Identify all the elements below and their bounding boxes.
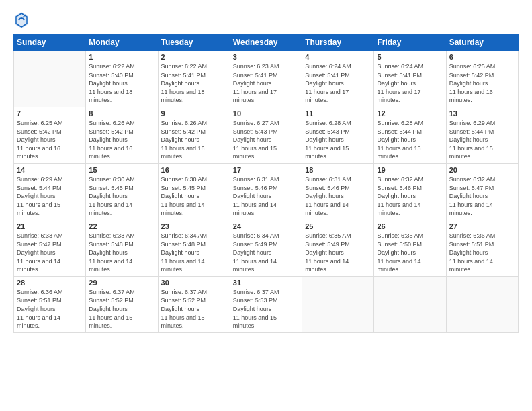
logo-icon bbox=[13, 11, 30, 30]
day-number: 12 bbox=[377, 109, 443, 118]
day-info: Sunrise: 6:26 AM Sunset: 5:42 PM Dayligh… bbox=[89, 119, 154, 161]
calendar-cell: 18 Sunrise: 6:31 AM Sunset: 5:46 PM Dayl… bbox=[302, 163, 374, 220]
weekday-wednesday: Wednesday bbox=[230, 34, 302, 51]
calendar-cell: 10 Sunrise: 6:27 AM Sunset: 5:43 PM Dayl… bbox=[230, 107, 302, 163]
day-info: Sunrise: 6:33 AM Sunset: 5:47 PM Dayligh… bbox=[17, 232, 83, 274]
day-number: 25 bbox=[305, 222, 371, 230]
calendar-cell: 22 Sunrise: 6:33 AM Sunset: 5:48 PM Dayl… bbox=[86, 220, 158, 276]
calendar-cell: 25 Sunrise: 6:35 AM Sunset: 5:49 PM Dayl… bbox=[302, 220, 374, 276]
day-info: Sunrise: 6:25 AM Sunset: 5:42 PM Dayligh… bbox=[449, 62, 515, 105]
day-number: 23 bbox=[161, 222, 227, 230]
calendar-cell: 16 Sunrise: 6:30 AM Sunset: 5:45 PM Dayl… bbox=[158, 163, 230, 220]
calendar-cell: 12 Sunrise: 6:28 AM Sunset: 5:44 PM Dayl… bbox=[374, 107, 446, 163]
calendar-cell: 24 Sunrise: 6:34 AM Sunset: 5:49 PM Dayl… bbox=[230, 220, 302, 276]
day-info: Sunrise: 6:24 AM Sunset: 5:41 PM Dayligh… bbox=[305, 62, 371, 105]
day-number: 16 bbox=[161, 166, 227, 174]
day-number: 14 bbox=[17, 166, 83, 174]
day-info: Sunrise: 6:32 AM Sunset: 5:46 PM Dayligh… bbox=[377, 175, 443, 218]
day-number: 4 bbox=[305, 53, 371, 61]
calendar-cell: 13 Sunrise: 6:29 AM Sunset: 5:44 PM Dayl… bbox=[446, 107, 518, 163]
weekday-header-row: SundayMondayTuesdayWednesdayThursdayFrid… bbox=[14, 34, 519, 51]
day-info: Sunrise: 6:26 AM Sunset: 5:42 PM Dayligh… bbox=[161, 119, 227, 161]
day-number: 24 bbox=[233, 222, 299, 230]
calendar-cell bbox=[302, 276, 374, 332]
day-info: Sunrise: 6:36 AM Sunset: 5:51 PM Dayligh… bbox=[17, 288, 83, 330]
day-info: Sunrise: 6:33 AM Sunset: 5:48 PM Dayligh… bbox=[89, 232, 154, 274]
day-number: 6 bbox=[449, 53, 515, 61]
day-info: Sunrise: 6:25 AM Sunset: 5:42 PM Dayligh… bbox=[17, 119, 83, 161]
calendar-cell: 19 Sunrise: 6:32 AM Sunset: 5:46 PM Dayl… bbox=[374, 163, 446, 220]
calendar-cell: 26 Sunrise: 6:35 AM Sunset: 5:50 PM Dayl… bbox=[374, 220, 446, 276]
day-number: 9 bbox=[161, 109, 227, 118]
calendar-cell bbox=[374, 276, 446, 332]
calendar-cell: 21 Sunrise: 6:33 AM Sunset: 5:47 PM Dayl… bbox=[14, 220, 86, 276]
day-number: 20 bbox=[449, 166, 515, 174]
calendar-cell: 28 Sunrise: 6:36 AM Sunset: 5:51 PM Dayl… bbox=[14, 276, 86, 332]
day-info: Sunrise: 6:35 AM Sunset: 5:49 PM Dayligh… bbox=[305, 232, 371, 274]
day-number: 11 bbox=[305, 109, 371, 118]
calendar-cell: 8 Sunrise: 6:26 AM Sunset: 5:42 PM Dayli… bbox=[86, 107, 158, 163]
calendar-cell: 31 Sunrise: 6:37 AM Sunset: 5:53 PM Dayl… bbox=[230, 276, 302, 332]
weekday-saturday: Saturday bbox=[446, 34, 518, 51]
day-number: 28 bbox=[17, 279, 83, 287]
calendar-cell: 15 Sunrise: 6:30 AM Sunset: 5:45 PM Dayl… bbox=[86, 163, 158, 220]
calendar-cell: 6 Sunrise: 6:25 AM Sunset: 5:42 PM Dayli… bbox=[446, 51, 518, 107]
calendar-table: SundayMondayTuesdayWednesdayThursdayFrid… bbox=[13, 34, 519, 333]
calendar-cell: 1 Sunrise: 6:22 AM Sunset: 5:40 PM Dayli… bbox=[86, 51, 158, 107]
weekday-tuesday: Tuesday bbox=[158, 34, 230, 51]
day-number: 26 bbox=[377, 222, 443, 230]
calendar-cell bbox=[446, 276, 518, 332]
day-number: 3 bbox=[233, 53, 299, 61]
day-info: Sunrise: 6:36 AM Sunset: 5:51 PM Dayligh… bbox=[449, 232, 515, 274]
calendar-cell: 11 Sunrise: 6:28 AM Sunset: 5:43 PM Dayl… bbox=[302, 107, 374, 163]
day-info: Sunrise: 6:22 AM Sunset: 5:41 PM Dayligh… bbox=[161, 62, 227, 105]
day-info: Sunrise: 6:24 AM Sunset: 5:41 PM Dayligh… bbox=[377, 62, 443, 105]
calendar-cell: 9 Sunrise: 6:26 AM Sunset: 5:42 PM Dayli… bbox=[158, 107, 230, 163]
day-number: 21 bbox=[17, 222, 83, 230]
day-number: 18 bbox=[305, 166, 371, 174]
day-number: 17 bbox=[233, 166, 299, 174]
logo bbox=[13, 11, 32, 30]
calendar-cell: 29 Sunrise: 6:37 AM Sunset: 5:52 PM Dayl… bbox=[86, 276, 158, 332]
day-info: Sunrise: 6:37 AM Sunset: 5:52 PM Dayligh… bbox=[89, 288, 154, 330]
calendar-row: 7 Sunrise: 6:25 AM Sunset: 5:42 PM Dayli… bbox=[14, 107, 519, 163]
day-number: 15 bbox=[89, 166, 154, 174]
day-info: Sunrise: 6:28 AM Sunset: 5:44 PM Dayligh… bbox=[377, 119, 443, 161]
weekday-thursday: Thursday bbox=[302, 34, 374, 51]
calendar-cell: 14 Sunrise: 6:29 AM Sunset: 5:44 PM Dayl… bbox=[14, 163, 86, 220]
day-number: 8 bbox=[89, 109, 154, 118]
day-info: Sunrise: 6:34 AM Sunset: 5:48 PM Dayligh… bbox=[161, 232, 227, 274]
day-info: Sunrise: 6:29 AM Sunset: 5:44 PM Dayligh… bbox=[449, 119, 515, 161]
calendar-cell: 4 Sunrise: 6:24 AM Sunset: 5:41 PM Dayli… bbox=[302, 51, 374, 107]
day-info: Sunrise: 6:22 AM Sunset: 5:40 PM Dayligh… bbox=[89, 62, 154, 105]
calendar-cell: 7 Sunrise: 6:25 AM Sunset: 5:42 PM Dayli… bbox=[14, 107, 86, 163]
day-info: Sunrise: 6:29 AM Sunset: 5:44 PM Dayligh… bbox=[17, 175, 83, 218]
weekday-monday: Monday bbox=[86, 34, 158, 51]
day-info: Sunrise: 6:35 AM Sunset: 5:50 PM Dayligh… bbox=[377, 232, 443, 274]
calendar-cell: 20 Sunrise: 6:32 AM Sunset: 5:47 PM Dayl… bbox=[446, 163, 518, 220]
day-info: Sunrise: 6:32 AM Sunset: 5:47 PM Dayligh… bbox=[449, 175, 515, 218]
day-info: Sunrise: 6:34 AM Sunset: 5:49 PM Dayligh… bbox=[233, 232, 299, 274]
calendar-cell: 5 Sunrise: 6:24 AM Sunset: 5:41 PM Dayli… bbox=[374, 51, 446, 107]
day-info: Sunrise: 6:37 AM Sunset: 5:53 PM Dayligh… bbox=[233, 288, 299, 330]
day-info: Sunrise: 6:31 AM Sunset: 5:46 PM Dayligh… bbox=[233, 175, 299, 218]
calendar-row: 1 Sunrise: 6:22 AM Sunset: 5:40 PM Dayli… bbox=[14, 51, 519, 107]
calendar-cell: 23 Sunrise: 6:34 AM Sunset: 5:48 PM Dayl… bbox=[158, 220, 230, 276]
svg-marker-0 bbox=[15, 12, 28, 28]
weekday-friday: Friday bbox=[374, 34, 446, 51]
page: SundayMondayTuesdayWednesdayThursdayFrid… bbox=[0, 0, 532, 411]
day-info: Sunrise: 6:37 AM Sunset: 5:52 PM Dayligh… bbox=[161, 288, 227, 330]
calendar-cell: 27 Sunrise: 6:36 AM Sunset: 5:51 PM Dayl… bbox=[446, 220, 518, 276]
day-number: 29 bbox=[89, 279, 154, 287]
day-info: Sunrise: 6:23 AM Sunset: 5:41 PM Dayligh… bbox=[233, 62, 299, 105]
day-info: Sunrise: 6:27 AM Sunset: 5:43 PM Dayligh… bbox=[233, 119, 299, 161]
day-number: 31 bbox=[233, 279, 299, 287]
day-number: 7 bbox=[17, 109, 83, 118]
calendar-cell bbox=[14, 51, 86, 107]
day-number: 22 bbox=[89, 222, 154, 230]
day-number: 5 bbox=[377, 53, 443, 61]
day-number: 27 bbox=[449, 222, 515, 230]
calendar-row: 14 Sunrise: 6:29 AM Sunset: 5:44 PM Dayl… bbox=[14, 163, 519, 220]
day-info: Sunrise: 6:31 AM Sunset: 5:46 PM Dayligh… bbox=[305, 175, 371, 218]
day-number: 30 bbox=[161, 279, 227, 287]
